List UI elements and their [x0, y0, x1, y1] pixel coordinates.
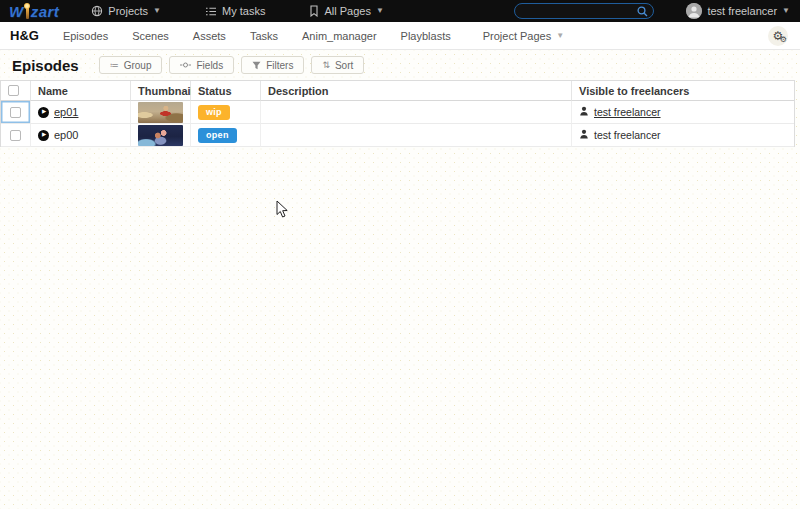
row-checkbox-cell	[1, 124, 31, 147]
thumbnail-cell	[131, 124, 191, 147]
tab-anim-manager[interactable]: Anim_manager	[302, 30, 377, 42]
column-header-thumbnail[interactable]: Thumbnail	[131, 81, 191, 101]
description-cell	[261, 124, 572, 147]
filters-button[interactable]: Filters	[241, 56, 304, 74]
column-header-status[interactable]: Status	[191, 81, 261, 101]
status-cell: open	[191, 124, 261, 147]
project-pages-label: Project Pages	[483, 30, 551, 42]
nav-my-tasks[interactable]: My tasks	[205, 5, 265, 17]
wizard-staff-icon	[26, 6, 29, 19]
logo-zart: zart	[31, 4, 60, 19]
group-button-label: Group	[124, 60, 152, 71]
play-icon[interactable]: ▶	[38, 130, 49, 141]
project-name: H&G	[10, 28, 39, 43]
search-container	[514, 3, 654, 19]
fields-button[interactable]: Fields	[169, 56, 234, 74]
tab-tasks[interactable]: Tasks	[250, 30, 278, 42]
row-checkbox-cell	[1, 101, 31, 124]
globe-icon	[91, 5, 103, 17]
page-content: Episodes ≔ Group Fields Filters ⇅ Sort	[0, 50, 800, 509]
freelancer-link[interactable]: test freelancer	[594, 106, 661, 118]
status-badge[interactable]: open	[198, 128, 237, 143]
freelancer-link[interactable]: test freelancer	[594, 129, 661, 141]
fields-button-label: Fields	[196, 60, 223, 71]
status-badge[interactable]: wip	[198, 105, 230, 120]
group-list-icon: ≔	[110, 61, 119, 70]
chevron-down-icon: ▼	[153, 7, 161, 15]
column-header-name[interactable]: Name	[31, 81, 131, 101]
tab-episodes[interactable]: Episodes	[63, 30, 108, 42]
episode-thumbnail[interactable]	[138, 125, 183, 146]
search-icon[interactable]	[637, 6, 648, 19]
row-checkbox[interactable]	[10, 107, 21, 118]
project-pages-menu[interactable]: Project Pages ▼	[483, 30, 564, 42]
filter-funnel-icon	[252, 61, 261, 70]
sort-button[interactable]: ⇅ Sort	[311, 56, 364, 74]
episode-link[interactable]: ep00	[54, 129, 78, 141]
chevron-down-icon: ▼	[782, 7, 790, 15]
episode-name-cell: ▶ ep00	[31, 124, 131, 147]
description-cell	[261, 101, 572, 124]
select-all-header-cell	[1, 81, 31, 101]
sort-button-label: Sort	[335, 60, 353, 71]
mouse-cursor	[276, 200, 289, 223]
table-toolbar: ≔ Group Fields Filters ⇅ Sort	[99, 56, 365, 74]
freelancer-entry[interactable]: test freelancer	[579, 129, 661, 141]
episode-name-cell: ▶ ep01	[31, 101, 131, 124]
nav-projects-label: Projects	[108, 5, 148, 17]
episodes-table: Name Thumbnail Status Description Visibl…	[0, 80, 795, 147]
chevron-down-icon: ▼	[376, 7, 384, 15]
visible-to-cell: test freelancer	[572, 124, 794, 147]
user-name: test freelancer	[707, 5, 777, 17]
person-icon	[579, 129, 589, 141]
sort-arrows-icon: ⇅	[322, 61, 330, 70]
nav-my-tasks-label: My tasks	[222, 5, 265, 17]
avatar	[686, 3, 702, 19]
filters-button-label: Filters	[266, 60, 293, 71]
group-button[interactable]: ≔ Group	[99, 56, 163, 74]
play-icon[interactable]: ▶	[38, 107, 49, 118]
task-list-icon	[205, 6, 217, 17]
thumbnail-cell	[131, 101, 191, 124]
column-header-description[interactable]: Description	[261, 81, 572, 101]
tab-assets[interactable]: Assets	[193, 30, 226, 42]
top-bar: Wzart Projects ▼ My tasks All Pages ▼ te…	[0, 0, 800, 22]
heading-row: Episodes ≔ Group Fields Filters ⇅ Sort	[0, 50, 800, 80]
nav-all-pages-label: All Pages	[324, 5, 370, 17]
episode-thumbnail[interactable]	[138, 102, 183, 123]
status-cell: wip	[191, 101, 261, 124]
bookmark-icon	[309, 5, 319, 17]
select-all-checkbox[interactable]	[8, 85, 19, 96]
logo-w: W	[9, 4, 24, 19]
tab-scenes[interactable]: Scenes	[132, 30, 169, 42]
settings-button[interactable]: ⚙ ⚙	[768, 26, 788, 46]
visible-to-cell: test freelancer	[572, 101, 794, 124]
chevron-down-icon: ▼	[556, 32, 564, 40]
project-nav-bar: H&G Episodes Scenes Assets Tasks Anim_ma…	[0, 22, 800, 50]
nav-projects[interactable]: Projects ▼	[91, 5, 161, 17]
search-input[interactable]	[514, 3, 654, 19]
freelancer-entry[interactable]: test freelancer	[579, 106, 661, 118]
user-menu[interactable]: test freelancer ▼	[686, 3, 790, 19]
episode-link[interactable]: ep01	[54, 106, 78, 118]
nav-all-pages[interactable]: All Pages ▼	[309, 5, 383, 17]
small-gear-icon: ⚙	[780, 36, 787, 44]
wizart-logo[interactable]: Wzart	[9, 4, 59, 19]
row-checkbox[interactable]	[10, 130, 21, 141]
tab-playblasts[interactable]: Playblasts	[401, 30, 451, 42]
person-icon	[579, 106, 589, 118]
page-title: Episodes	[12, 57, 79, 74]
column-header-visible[interactable]: Visible to freelancers	[572, 81, 794, 101]
fields-eye-icon	[180, 61, 191, 69]
